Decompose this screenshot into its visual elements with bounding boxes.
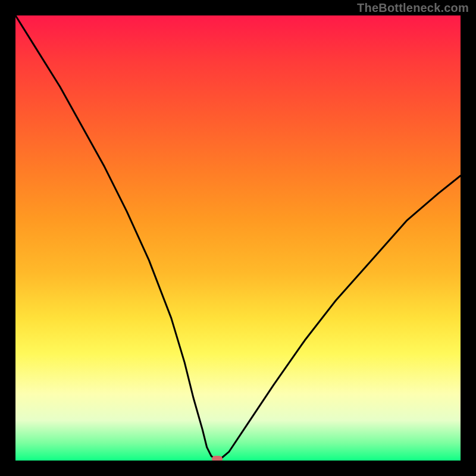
- optimal-point-marker: [212, 456, 223, 461]
- curve-svg: [15, 15, 461, 461]
- watermark-text: TheBottleneck.com: [357, 1, 469, 15]
- chart-frame: TheBottleneck.com: [0, 0, 476, 476]
- bottleneck-curve: [15, 15, 461, 459]
- plot-area: [15, 15, 461, 461]
